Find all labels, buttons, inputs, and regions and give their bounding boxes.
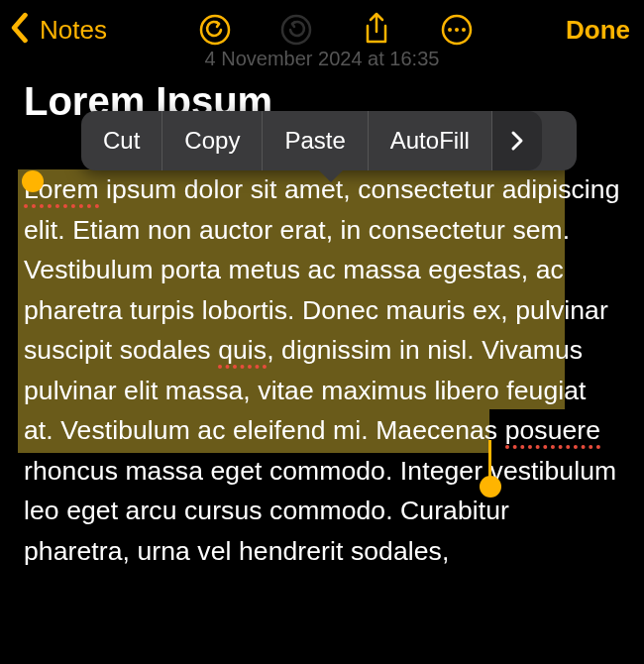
spell-error[interactable]: posuere: [505, 415, 600, 449]
toolbar-center: [199, 12, 473, 48]
svg-point-1: [282, 16, 310, 44]
svg-point-3: [448, 28, 452, 32]
share-button[interactable]: [362, 12, 391, 48]
cut-button[interactable]: Cut: [81, 111, 162, 170]
note-body-text[interactable]: Lorem ipsum dolor sit amet, consectetur …: [24, 169, 620, 571]
selection-caret: [488, 440, 491, 478]
autofill-button[interactable]: AutoFill: [369, 111, 492, 170]
context-menu: Cut Copy Paste AutoFill: [81, 111, 577, 170]
svg-point-4: [455, 28, 459, 32]
more-button[interactable]: [441, 14, 473, 46]
chevron-right-icon: [510, 130, 524, 152]
selection-handle-end[interactable]: [480, 476, 501, 498]
more-menu-button[interactable]: [492, 111, 542, 170]
redo-button: [280, 14, 312, 46]
note-date: 4 November 2024 at 16:35: [0, 48, 644, 65]
done-button[interactable]: Done: [566, 15, 630, 46]
menu-tail-icon: [317, 168, 345, 182]
back-button[interactable]: Notes: [8, 12, 107, 48]
copy-button[interactable]: Copy: [162, 111, 263, 170]
note-body[interactable]: Lorem ipsum dolor sit amet, consectetur …: [24, 169, 620, 571]
svg-point-5: [462, 28, 466, 32]
chevron-left-icon: [8, 12, 30, 48]
svg-point-0: [201, 16, 229, 44]
paste-button[interactable]: Paste: [263, 111, 368, 170]
spell-error[interactable]: quis: [218, 335, 267, 369]
back-label: Notes: [40, 15, 107, 46]
undo-button[interactable]: [199, 14, 231, 46]
selection-handle-start[interactable]: [22, 170, 44, 192]
